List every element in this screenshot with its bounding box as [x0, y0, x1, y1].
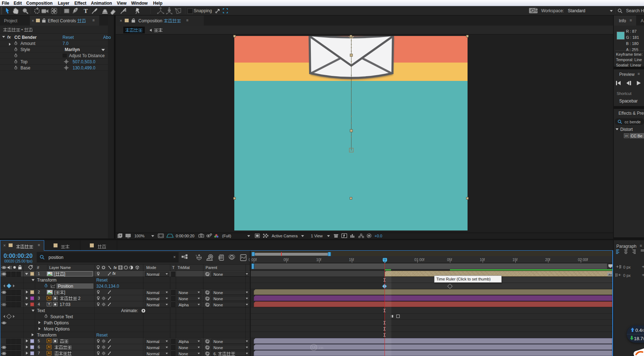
svg-text:T: T	[84, 8, 88, 14]
svg-text:Ui: Ui	[312, 346, 316, 350]
svg-text:.cn: .cn	[318, 346, 323, 350]
svg-text:fx: fx	[114, 266, 117, 270]
